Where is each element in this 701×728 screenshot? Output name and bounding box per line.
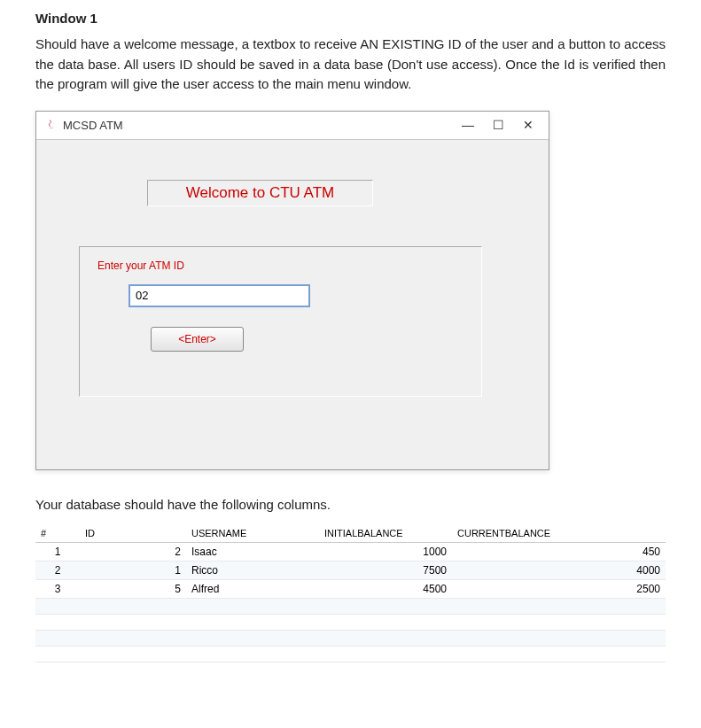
window-body: Welcome to CTU ATM Enter your ATM ID 02 … (36, 140, 549, 469)
table-cell[interactable] (319, 646, 452, 662)
enter-button-label: <Enter> (178, 333, 216, 345)
table-row[interactable]: 21Ricco75004000 (35, 561, 666, 579)
java-icon (43, 118, 58, 132)
app-window: MCSD ATM — ☐ ✕ Welcome to CTU ATM Enter … (35, 111, 549, 470)
table-cell[interactable] (452, 646, 666, 662)
table-cell[interactable] (186, 646, 319, 662)
table-row[interactable] (35, 630, 666, 646)
table-cell[interactable] (319, 630, 452, 646)
table-row[interactable]: 12Isaac1000450 (35, 542, 666, 561)
table-cell[interactable] (452, 598, 666, 614)
table-cell[interactable]: 4000 (452, 561, 666, 579)
table-cell[interactable] (319, 614, 452, 630)
table-cell[interactable]: 450 (452, 542, 666, 561)
table-cell[interactable] (80, 614, 186, 630)
table-cell[interactable] (80, 630, 186, 646)
table-cell[interactable]: Isaac (186, 542, 319, 561)
table-cell[interactable] (319, 598, 452, 614)
input-label: Enter your ATM ID (97, 259, 463, 272)
input-panel: Enter your ATM ID 02 <Enter> (79, 246, 482, 397)
table-cell[interactable]: 2500 (452, 579, 666, 598)
table-row[interactable] (35, 614, 666, 630)
table-cell[interactable] (186, 614, 319, 630)
col-id: ID (80, 524, 186, 543)
table-cell[interactable] (80, 646, 186, 662)
input-value: 02 (136, 289, 148, 302)
table-cell[interactable] (186, 630, 319, 646)
table-cell[interactable]: 5 (80, 579, 186, 598)
table-cell[interactable]: 2 (35, 561, 80, 579)
welcome-panel: Welcome to CTU ATM (147, 180, 373, 206)
minimize-button[interactable]: — (462, 118, 474, 132)
section-title: Window 1 (35, 11, 666, 26)
table-header-row: # ID USERNAME INITIALBALANCE CURRENTBALA… (35, 524, 666, 543)
table-row[interactable] (35, 598, 666, 614)
table-cell[interactable] (452, 630, 666, 646)
table-cell[interactable] (35, 598, 80, 614)
col-initial: INITIALBALANCE (319, 524, 452, 543)
welcome-text: Welcome to CTU ATM (186, 184, 335, 202)
table-cell[interactable]: 2 (80, 542, 186, 561)
table-cell[interactable]: Alfred (186, 579, 319, 598)
table-cell[interactable]: 1 (80, 561, 186, 579)
database-table: # ID USERNAME INITIALBALANCE CURRENTBALA… (35, 524, 666, 662)
table-cell[interactable] (35, 646, 80, 662)
table-cell[interactable] (35, 630, 80, 646)
titlebar: MCSD ATM — ☐ ✕ (36, 112, 549, 140)
col-current: CURRENTBALANCE (452, 524, 666, 543)
table-cell[interactable] (35, 614, 80, 630)
table-cell[interactable] (452, 614, 666, 630)
enter-button[interactable]: <Enter> (151, 327, 244, 352)
window-controls: — ☐ ✕ (462, 118, 541, 132)
table-row[interactable] (35, 646, 666, 662)
table-cell[interactable]: 1 (35, 542, 80, 561)
table-cell[interactable]: 4500 (319, 579, 452, 598)
database-description: Your database should have the following … (35, 497, 666, 512)
maximize-button[interactable]: ☐ (492, 118, 504, 132)
table-cell[interactable]: Ricco (186, 561, 319, 579)
table-cell[interactable]: 1000 (319, 542, 452, 561)
section-description: Should have a welcome message, a textbox… (35, 35, 666, 95)
table-cell[interactable] (80, 598, 186, 614)
table-cell[interactable] (186, 598, 319, 614)
atm-id-input[interactable]: 02 (129, 284, 310, 307)
close-button[interactable]: ✕ (522, 118, 534, 132)
table-cell[interactable]: 3 (35, 579, 80, 598)
window-title: MCSD ATM (63, 119, 462, 132)
table-cell[interactable]: 7500 (319, 561, 452, 579)
table-row[interactable]: 35Alfred45002500 (35, 579, 666, 598)
col-hash: # (35, 524, 80, 543)
col-username: USERNAME (186, 524, 319, 543)
